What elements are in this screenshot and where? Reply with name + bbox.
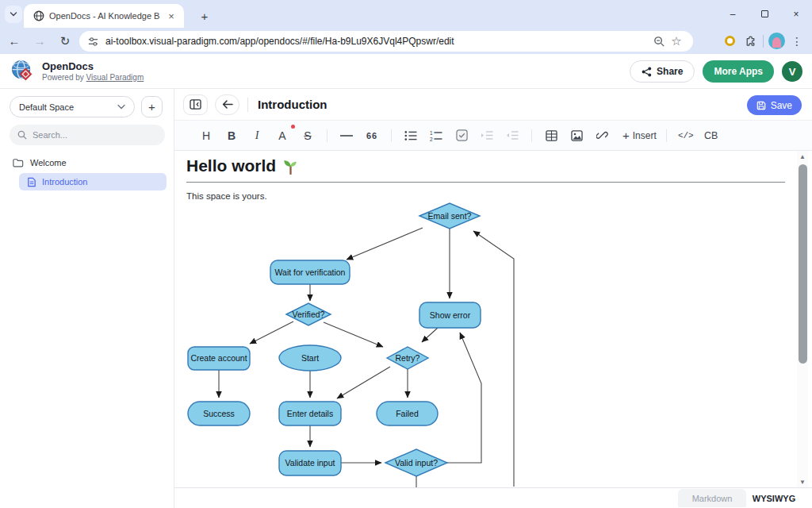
user-avatar[interactable]: V — [782, 61, 802, 82]
flow-node-start[interactable]: Start — [279, 345, 341, 371]
scroll-up-icon[interactable]: ▲ — [797, 151, 808, 162]
share-button[interactable]: Share — [630, 60, 695, 83]
bold-button[interactable]: B — [222, 126, 241, 145]
profile-avatar-image — [768, 33, 785, 49]
image-icon — [571, 130, 583, 141]
flow-node-retry[interactable]: Retry? — [387, 347, 428, 369]
document-header: Introduction Save — [174, 89, 812, 121]
horizontal-rule-icon — [340, 134, 353, 137]
flow-node-wait-for-verification[interactable]: Wait for verification — [270, 260, 350, 284]
svg-text:Enter details: Enter details — [287, 409, 333, 418]
mode-wysiwyg-tab[interactable]: WYSIWYG — [746, 489, 802, 507]
insert-button[interactable]: + Insert — [622, 126, 657, 145]
code-block-button[interactable]: CB — [702, 126, 721, 145]
menu-dots-icon[interactable]: ⋮ — [787, 31, 807, 52]
ordered-list-button[interactable]: 1 2 — [427, 126, 446, 145]
flow-node-show-error[interactable]: Show error — [419, 302, 481, 328]
toolbar-separator — [327, 129, 327, 142]
svg-text:Verified?: Verified? — [293, 310, 325, 319]
profile-avatar[interactable] — [766, 31, 787, 52]
toolbar-separator — [391, 129, 392, 142]
editor-canvas[interactable]: Hello world This space is yours. — [174, 151, 812, 487]
mode-markdown-tab[interactable]: Markdown — [678, 489, 746, 507]
add-space-button[interactable]: + — [141, 96, 163, 117]
strikethrough-button[interactable]: S — [298, 126, 317, 145]
flow-node-enter-details[interactable]: Enter details — [279, 402, 341, 425]
extensions-puzzle-icon[interactable] — [740, 31, 760, 52]
more-apps-button[interactable]: More Apps — [703, 60, 774, 83]
svg-text:Retry?: Retry? — [396, 353, 420, 363]
link-button[interactable] — [592, 126, 611, 145]
space-selector[interactable]: Default Space — [10, 96, 135, 117]
save-icon — [756, 101, 766, 110]
svg-text:Start: Start — [301, 353, 319, 363]
bullet-list-button[interactable] — [401, 126, 420, 145]
editor-statusbar: Markdown WYSIWYG — [174, 487, 812, 508]
share-label: Share — [657, 66, 683, 77]
svg-text:1: 1 — [430, 130, 433, 136]
svg-text:Validate input: Validate input — [285, 458, 335, 468]
search-input[interactable] — [33, 130, 151, 140]
bookmark-star-icon[interactable]: ☆ — [668, 34, 685, 48]
zoom-icon[interactable] — [650, 36, 668, 48]
new-tab-button[interactable]: + — [195, 6, 214, 25]
tree-item-introduction[interactable]: Introduction — [19, 173, 167, 190]
address-bar[interactable]: ai-toolbox.visual-paradigm.com/app/opend… — [79, 31, 693, 52]
indent-decrease-button[interactable] — [503, 126, 522, 145]
flow-node-validate-input[interactable]: Validate input — [279, 451, 341, 475]
flow-node-failed[interactable]: Failed — [377, 402, 438, 425]
inline-code-button[interactable]: </> — [676, 126, 695, 145]
powered-by: Powered by Visual Paradigm — [42, 73, 144, 82]
site-info-icon[interactable] — [87, 36, 99, 48]
flowchart-diagram[interactable]: Email sent? Wait for verification Verifi… — [174, 151, 798, 487]
maximize-button[interactable] — [749, 0, 780, 28]
table-icon — [546, 130, 557, 141]
back-button[interactable]: ← — [3, 30, 25, 52]
flow-node-create-account[interactable]: Create account — [188, 347, 250, 370]
extension-ring-icon[interactable] — [719, 31, 740, 52]
task-list-button[interactable] — [452, 126, 471, 145]
close-window-button[interactable]: × — [780, 0, 812, 28]
visual-paradigm-link[interactable]: Visual Paradigm — [86, 73, 144, 82]
svg-text:2: 2 — [430, 136, 433, 141]
forward-button[interactable]: → — [29, 30, 51, 52]
reload-button[interactable]: ↻ — [54, 30, 76, 52]
browser-toolbar: ← → ↻ ai-toolbox.visual-paradigm.com/app… — [0, 28, 812, 54]
indent-increase-button[interactable] — [477, 126, 496, 145]
save-label: Save — [771, 100, 792, 111]
url-text[interactable]: ai-toolbox.visual-paradigm.com/app/opend… — [105, 36, 650, 47]
save-button[interactable]: Save — [747, 95, 802, 115]
flow-node-success[interactable]: Success — [188, 402, 250, 425]
tab-search-button[interactable] — [5, 6, 22, 23]
browser-tab[interactable]: OpenDocs - AI Knowledge Base × — [24, 4, 184, 28]
scrollbar-thumb[interactable] — [799, 164, 807, 364]
flow-node-email-sent[interactable]: Email sent? — [419, 203, 480, 229]
font-color-button[interactable]: A — [273, 126, 292, 145]
horizontal-rule-button[interactable] — [337, 126, 356, 145]
bullet-list-icon — [404, 130, 417, 141]
header-divider — [247, 98, 248, 112]
tree-item-welcome[interactable]: Welcome — [0, 154, 174, 171]
italic-button[interactable]: I — [247, 126, 266, 145]
collapse-sidebar-button[interactable] — [183, 94, 208, 115]
search-box[interactable] — [10, 125, 165, 145]
toolbar-separator — [666, 129, 667, 142]
toolbar-divider — [763, 35, 764, 48]
table-button[interactable] — [542, 126, 561, 145]
tab-close-icon[interactable]: × — [165, 10, 178, 22]
share-icon — [642, 67, 652, 77]
heading-button[interactable]: H — [197, 126, 216, 145]
minimize-button[interactable]: – — [717, 0, 749, 28]
scroll-down-icon[interactable]: ▼ — [797, 476, 808, 487]
app-brand: OpenDocs Powered by Visual Paradigm — [10, 59, 144, 83]
folder-icon — [13, 158, 24, 167]
maximize-icon — [761, 10, 768, 17]
back-button-doc[interactable] — [215, 94, 239, 115]
indent-decrease-icon — [506, 130, 519, 140]
globe-favicon-icon — [33, 10, 44, 21]
editor-scrollbar[interactable]: ▲ ▼ — [797, 151, 808, 487]
flow-node-valid-input[interactable]: Valid input? — [385, 449, 447, 476]
quote-button[interactable]: 66 — [362, 126, 381, 145]
ordered-list-icon: 1 2 — [430, 130, 442, 141]
image-button[interactable] — [567, 126, 586, 145]
